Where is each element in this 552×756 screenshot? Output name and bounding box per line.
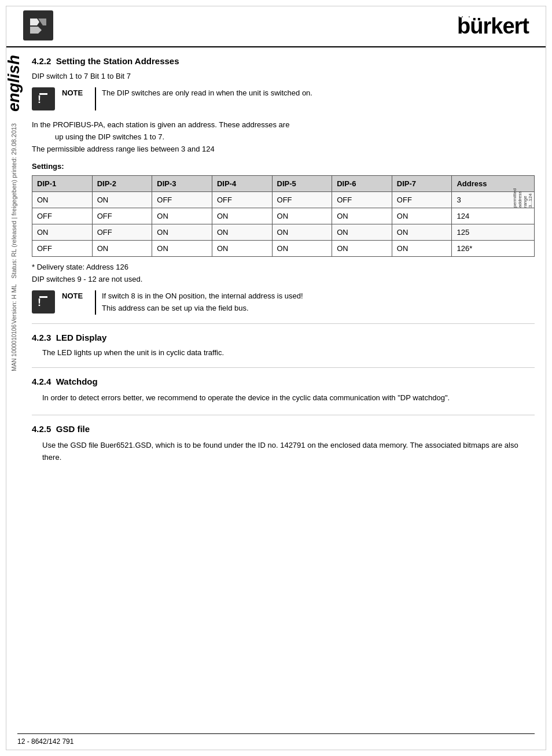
- delivery-note: * Delivery state: Address 126: [32, 263, 535, 271]
- note-icon-1: !: [32, 87, 55, 110]
- page-footer: 12 - 8642/142 791: [17, 733, 535, 746]
- col-dip3: DIP-3: [152, 176, 212, 192]
- dip-switch-intro: DIP switch 1 to 7 Bit 1 to Bit 7: [32, 72, 535, 80]
- col-dip7: DIP-7: [392, 176, 452, 192]
- note-box-1: ! NOTE The DIP switches are only read in…: [32, 87, 535, 110]
- sidebar-man: MAN 1000010106: [11, 324, 17, 371]
- section-424-text: In order to detect errors better, we rec…: [42, 392, 535, 404]
- section-422: 4.2.2 Setting the Station Addresses DIP …: [32, 56, 535, 315]
- note-text-1: The DIP switches are only read in when t…: [102, 87, 535, 99]
- section-424: 4.2.4 Watchdog In order to detect errors…: [32, 377, 535, 404]
- note-box-2: ! NOTE If switch 8 is in the ON position…: [32, 290, 535, 315]
- section-425: 4.2.5 GSD file Use the GSD file Buer6521…: [32, 424, 535, 464]
- sidebar-strip: english Status: RL (released | freigegeb…: [6, 55, 22, 733]
- note-label-1: NOTE: [62, 87, 86, 97]
- main-content: 4.2.2 Setting the Station Addresses DIP …: [32, 47, 535, 463]
- table-row: ON OFF ON ON ON ON ON 125: [32, 224, 535, 241]
- page-header: .. . bürkert: [6, 0, 546, 47]
- section-divider-3: [32, 415, 535, 415]
- section-425-title: 4.2.5 GSD file: [32, 424, 535, 434]
- svg-rect-3: [39, 93, 47, 95]
- note-divider-1: [95, 87, 96, 110]
- table-header-row: DIP-1 DIP-2 DIP-3 DIP-4 DIP-5 DIP-6 DIP-…: [32, 176, 535, 192]
- section-423-title: 4.2.3 LED Display: [32, 333, 535, 342]
- section-423-text: The LED lights up when the unit is in cy…: [42, 348, 535, 357]
- company-logo-icon: [23, 10, 53, 40]
- col-dip5: DIP-5: [272, 176, 332, 192]
- settings-label: Settings:: [32, 162, 535, 171]
- profibus-description: In the PROFIBUS-PA, each station is give…: [32, 119, 535, 155]
- permitted-range-label: permitted address range 3...124: [512, 192, 533, 208]
- col-dip2: DIP-2: [92, 176, 152, 192]
- note-icon-2: !: [32, 290, 55, 314]
- section-422-title: 4.2.2 Setting the Station Addresses: [32, 56, 535, 66]
- burkert-wordmark: .. . bürkert: [457, 12, 529, 39]
- section-423: 4.2.3 LED Display The LED lights up when…: [32, 333, 535, 357]
- note-text-2: If switch 8 is in the ON position, the i…: [102, 290, 535, 315]
- page-number: 12 - 8642/142 791: [17, 737, 73, 746]
- note-label-2: NOTE: [62, 290, 86, 300]
- section-424-title: 4.2.4 Watchdog: [32, 377, 535, 386]
- table-row: OFF ON ON ON ON ON ON 126*: [32, 241, 535, 257]
- section-divider-2: [32, 367, 535, 368]
- svg-text:!: !: [38, 94, 41, 105]
- note-divider-2: [95, 290, 96, 315]
- col-dip6: DIP-6: [332, 176, 392, 192]
- table-footer-notes: * Delivery state: Address 126 DIP switch…: [32, 263, 535, 283]
- table-row: ON ON OFF OFF OFF OFF OFF 3 permitted ad…: [32, 192, 535, 208]
- dip-unused-note: DIP switches 9 - 12 are not used.: [32, 275, 535, 283]
- col-dip1: DIP-1: [32, 176, 93, 192]
- language-label: english: [5, 55, 23, 112]
- table-row: OFF OFF ON ON ON ON ON 124: [32, 208, 535, 224]
- section-divider-1: [32, 323, 535, 324]
- svg-text:!: !: [38, 297, 41, 308]
- section-425-text: Use the GSD file Buer6521.GSD, which is …: [42, 440, 535, 464]
- dip-switch-table: DIP-1 DIP-2 DIP-3 DIP-4 DIP-5 DIP-6 DIP-…: [32, 175, 535, 257]
- svg-rect-6: [39, 296, 47, 298]
- sidebar-status: Status: RL (released | freigegeben) prin…: [10, 123, 17, 278]
- sidebar-version: Version: H ML: [10, 284, 17, 324]
- col-dip4: DIP-4: [212, 176, 272, 192]
